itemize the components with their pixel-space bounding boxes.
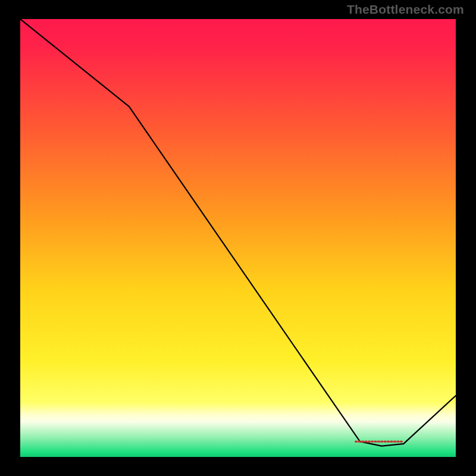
chart-svg [20, 19, 456, 457]
watermark-text: TheBottleneck.com [347, 2, 464, 17]
gradient-background [20, 19, 456, 457]
plot-area [20, 19, 456, 457]
chart-frame: TheBottleneck.com [0, 0, 476, 476]
